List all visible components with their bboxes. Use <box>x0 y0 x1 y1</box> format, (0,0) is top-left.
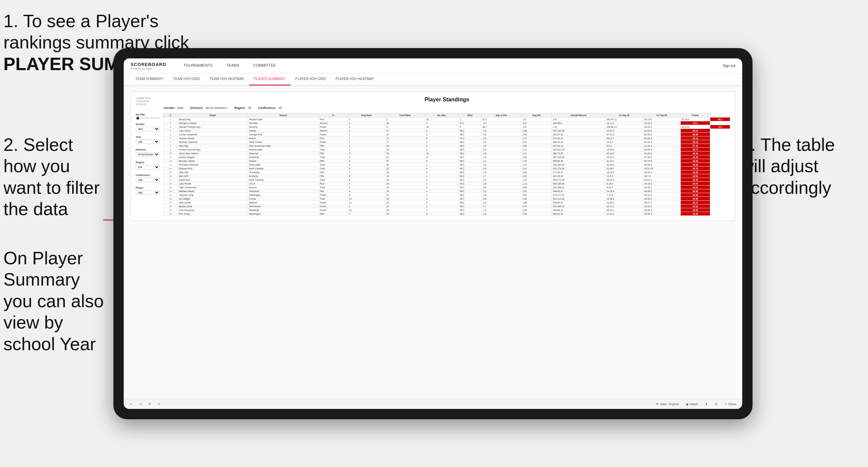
player-select[interactable]: (All) <box>136 190 160 195</box>
table-cell: -2.0 <box>521 125 552 129</box>
table-cell: 12-16-3 <box>643 144 680 148</box>
table-cell: 2 <box>425 140 459 144</box>
table-cell: 26-30-2 <box>643 170 680 174</box>
table-cell: Brendan Valdes <box>178 159 248 163</box>
table-cell: -1.6 <box>481 212 521 216</box>
table-cell: 67.1 <box>481 118 521 121</box>
sub-nav-player-h2h-grid[interactable]: PLAYER H2H GRID <box>290 73 331 86</box>
table-cell: 27-10-2 <box>605 133 643 136</box>
col-vs25: Vs Top 25 <box>605 113 643 118</box>
undo-icon: ↩ <box>130 402 132 406</box>
table-cell: 9 <box>164 148 178 152</box>
refresh-btn[interactable]: ↻ <box>156 402 162 407</box>
table-cell: Florida <box>248 129 319 133</box>
table-cell: 2 <box>164 121 178 125</box>
nav-link-committee[interactable]: COMMITTEE <box>246 58 283 74</box>
table-cell: 22-22-0 <box>680 125 710 129</box>
undo-btn[interactable]: ↩ <box>128 402 134 407</box>
slider-thumb[interactable] <box>136 117 139 120</box>
table-cell: 1.93 <box>521 144 552 148</box>
table-cell: Arizona State <box>248 118 319 121</box>
table-cell: 24 <box>164 204 178 208</box>
settings-icon: ⚙ <box>715 402 717 406</box>
conference-label: Conference: <box>258 106 276 110</box>
division-select[interactable]: NCAA Division I <box>136 152 160 157</box>
table-cell: Mats Ege <box>178 144 248 148</box>
player-group-label: Player <box>136 186 160 189</box>
table-cell: 3 <box>164 125 178 129</box>
sub-nav-player-h2h-heatmap[interactable]: PLAYER H2H HEATMAP <box>331 73 379 86</box>
table-cell: 40.98 <box>680 193 710 197</box>
redo-btn[interactable]: ↪ <box>137 402 144 407</box>
table-cell: First <box>319 136 348 140</box>
table-cell: -1.7 <box>481 204 521 208</box>
region-select[interactable]: N/A <box>136 165 160 169</box>
table-cell: 68.3 <box>459 208 481 212</box>
table-cell: 69.2 <box>459 193 481 197</box>
table-cell: 37 <box>385 159 425 163</box>
sub-nav-player-summary[interactable]: PLAYER SUMMARY <box>249 73 290 86</box>
download-btn[interactable]: ⬇ <box>703 402 710 407</box>
table-cell: 1 <box>425 197 459 201</box>
table-cell: 674-33-12 <box>552 136 605 140</box>
table-cell: 18 <box>385 170 425 174</box>
table-cell: Fifth <box>319 170 348 174</box>
table-cell: Fourth <box>319 193 348 197</box>
settings-btn[interactable]: ⚙ <box>713 402 719 407</box>
table-row: 22Ian GilliganFloridaThird1024168.7-0.81… <box>164 197 730 201</box>
sub-nav-team-summary[interactable]: TEAM SUMMARY <box>131 73 168 86</box>
table-cell: Ian Gilligan <box>178 197 248 201</box>
col-no-rds: No. Rds. <box>425 113 459 118</box>
table-cell: 7 <box>348 170 385 174</box>
table-cell: 1.98 <box>521 129 552 133</box>
col-player: Player <box>178 113 248 118</box>
sub-nav-team-h2h-grid[interactable]: TEAM H2H GRID <box>168 73 205 86</box>
table-cell: 473-177-57 <box>552 193 605 197</box>
watch-btn[interactable]: ◉ Watch <box>684 402 700 407</box>
conference-select[interactable]: (All) <box>136 178 160 182</box>
table-cell: 1.79 <box>521 159 552 163</box>
division-label: Division: <box>190 106 203 110</box>
step2-sub-pre: On <box>3 248 32 268</box>
nav-sign-out[interactable]: Sign out <box>723 64 735 68</box>
table-cell: 1 <box>348 136 385 140</box>
table-cell: 68.6 <box>459 212 481 216</box>
table-cell: 14 <box>164 167 178 170</box>
table-cell: 2 <box>385 125 425 129</box>
table-cell: 40.45 <box>680 212 710 216</box>
nav-link-teams[interactable]: TEAMS <box>220 58 246 74</box>
nav-link-tournaments[interactable]: TOURNAMENTS <box>177 58 220 74</box>
table-cell: Jacob Skov Olesen <box>178 152 248 155</box>
gender-select[interactable]: Men <box>136 127 160 131</box>
year-select[interactable]: (All) <box>136 140 160 144</box>
view-btn[interactable]: 👁 View: Original <box>654 402 680 407</box>
table-cell: 68.7 <box>459 155 481 159</box>
watch-icon: ◉ <box>686 402 689 406</box>
share-btn[interactable]: ↗ Share <box>723 402 738 407</box>
table-cell: -2.6 <box>481 136 521 140</box>
table-cell: 24-45-1 <box>643 186 680 189</box>
table-cell: 12 <box>348 208 385 212</box>
annotation-step3: 3. The table will adjust accordingly <box>741 134 861 198</box>
table-cell: 12 <box>164 159 178 163</box>
table-cell: 26-27-2 <box>643 201 680 204</box>
table-cell: 5 <box>348 193 385 197</box>
table-cell: Luke Powell <box>178 182 248 186</box>
table-cell: 24 <box>385 182 425 186</box>
table-cell: 1.13 <box>521 182 552 186</box>
sub-nav-team-h2h-heatmap[interactable]: TEAM H2H HEATMAP <box>205 73 249 86</box>
table-cell: 1.14 <box>521 148 552 152</box>
table-cell: Fifth <box>319 152 348 155</box>
table-cell: 605-96-38 <box>552 159 605 163</box>
table-cell: 78.2 <box>680 121 710 125</box>
table-cell: 44.82 <box>680 152 710 155</box>
table-cell: Fourth <box>319 140 348 144</box>
table-cell: 3.07 <box>552 118 605 121</box>
table-cell: Second <box>319 121 348 125</box>
table-cell: 1 <box>348 148 385 152</box>
table-cell: -2.3 <box>481 140 521 144</box>
tablet-device: SCOREBOARD Powered by clippi TOURNAMENTS… <box>113 48 753 419</box>
copy-btn[interactable]: ⧉ <box>147 401 153 407</box>
annotation-step2-sub: On Player Summary you can also view by s… <box>3 247 110 355</box>
table-cell: 24 <box>385 178 425 182</box>
